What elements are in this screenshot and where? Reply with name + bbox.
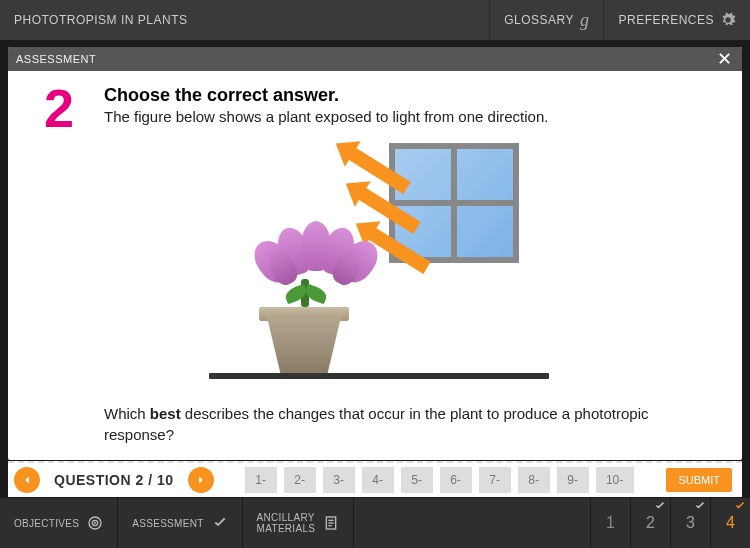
question-number: 2 bbox=[44, 77, 74, 139]
close-icon[interactable]: ✕ bbox=[715, 48, 735, 70]
chevron-left-icon bbox=[20, 473, 34, 487]
ancillary-tab[interactable]: ANCILLARY MATERIALS bbox=[243, 498, 355, 548]
page-link-7[interactable]: 7- bbox=[479, 467, 511, 493]
section-1[interactable]: 1 bbox=[590, 498, 630, 548]
question-counter: QUESTION 2 / 10 bbox=[54, 472, 174, 488]
top-bar: PHOTOTROPISM IN PLANTS GLOSSARY g PREFER… bbox=[0, 0, 750, 40]
prev-button[interactable] bbox=[14, 467, 40, 493]
chevron-right-icon bbox=[194, 473, 208, 487]
check-icon bbox=[212, 515, 228, 531]
lesson-title: PHOTOTROPISM IN PLANTS bbox=[0, 13, 489, 27]
glossary-icon: g bbox=[580, 10, 590, 31]
ancillary-label-1: ANCILLARY bbox=[257, 512, 316, 523]
objectives-tab[interactable]: OBJECTIVES bbox=[0, 498, 118, 548]
check-icon bbox=[694, 500, 706, 512]
next-button[interactable] bbox=[188, 467, 214, 493]
page-link-5[interactable]: 5- bbox=[401, 467, 433, 493]
shelf-line bbox=[209, 373, 549, 379]
page-link-10[interactable]: 10- bbox=[596, 467, 634, 493]
assessment-panel: ASSESSMENT ✕ 2 Choose the correct answer… bbox=[8, 47, 742, 460]
question-prompt: Which best describes the changes that oc… bbox=[104, 403, 714, 445]
assessment-tab[interactable]: ASSESSMENT bbox=[118, 498, 242, 548]
question-title: Choose the correct answer. bbox=[104, 85, 714, 106]
section-4[interactable]: 4 bbox=[710, 498, 750, 548]
panel-header: ASSESSMENT ✕ bbox=[8, 47, 742, 71]
target-icon bbox=[87, 515, 103, 531]
document-icon bbox=[323, 515, 339, 531]
plant-illustration bbox=[249, 283, 359, 373]
page-link-8[interactable]: 8- bbox=[518, 467, 550, 493]
preferences-label: PREFERENCES bbox=[618, 13, 714, 27]
page-link-3[interactable]: 3- bbox=[323, 467, 355, 493]
glossary-label: GLOSSARY bbox=[504, 13, 574, 27]
question-figure bbox=[209, 143, 549, 393]
section-2[interactable]: 2 bbox=[630, 498, 670, 548]
bottom-bar: OBJECTIVES ASSESSMENT ANCILLARY MATERIAL… bbox=[0, 498, 750, 548]
question-content: 2 Choose the correct answer. The figure … bbox=[8, 71, 742, 460]
preferences-button[interactable]: PREFERENCES bbox=[603, 0, 750, 40]
ancillary-label-2: MATERIALS bbox=[257, 523, 316, 534]
section-3[interactable]: 3 bbox=[670, 498, 710, 548]
question-desc: The figure below shows a plant exposed t… bbox=[104, 108, 714, 125]
glossary-button[interactable]: GLOSSARY g bbox=[489, 0, 603, 40]
assessment-label: ASSESSMENT bbox=[132, 518, 203, 529]
page-link-1[interactable]: 1- bbox=[245, 467, 277, 493]
check-icon bbox=[734, 500, 746, 512]
window-illustration bbox=[389, 143, 519, 263]
page-link-4[interactable]: 4- bbox=[362, 467, 394, 493]
objectives-label: OBJECTIVES bbox=[14, 518, 79, 529]
panel-title: ASSESSMENT bbox=[16, 53, 96, 65]
check-icon bbox=[654, 500, 666, 512]
page-link-9[interactable]: 9- bbox=[557, 467, 589, 493]
submit-button[interactable]: SUBMIT bbox=[666, 468, 732, 492]
svg-point-2 bbox=[94, 522, 96, 524]
question-nav: QUESTION 2 / 10 1- 2- 3- 4- 5- 6- 7- 8- … bbox=[8, 461, 742, 497]
gear-icon bbox=[720, 12, 736, 28]
page-link-2[interactable]: 2- bbox=[284, 467, 316, 493]
page-link-6[interactable]: 6- bbox=[440, 467, 472, 493]
